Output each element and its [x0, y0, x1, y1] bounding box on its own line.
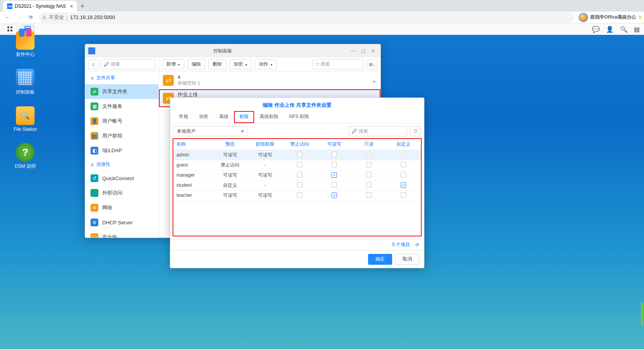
- address-input[interactable]: ⚠ 不安全 | 172.19.18.250:5000: [39, 12, 574, 23]
- user-account-icon: 👤: [91, 117, 98, 125]
- sidebar-item-group[interactable]: 👥用户群组: [85, 128, 159, 143]
- checkbox[interactable]: [297, 182, 302, 188]
- browser-tab[interactable]: DSM DS2021 - Synology NAS ×: [3, 1, 77, 12]
- checkbox[interactable]: [366, 152, 372, 157]
- maximize-button[interactable]: ▢: [359, 48, 367, 54]
- desktop-icon-control-panel[interactable]: 控制面板: [12, 69, 39, 95]
- insecure-icon: ⚠: [42, 14, 47, 20]
- table-row[interactable]: manager可读写可读写: [173, 170, 421, 180]
- sidebar-item-external-access[interactable]: 🌐外部访问: [85, 186, 159, 200]
- cell-preview: 可读写: [213, 150, 248, 160]
- checkbox[interactable]: [401, 172, 406, 177]
- delete-button[interactable]: 删除: [208, 59, 226, 69]
- sidebar-item-security[interactable]: 🛡安全性: [85, 230, 159, 238]
- svg-rect-0: [7, 26, 9, 28]
- desktop-icon-dsm-help[interactable]: ? DSM 说明: [12, 143, 39, 170]
- browser-profile[interactable]: 跟我学Office高级办公 V: [579, 13, 642, 22]
- window-titlebar[interactable]: 控制面板 — ▢ ✕: [85, 44, 380, 57]
- new-tab-button[interactable]: +: [77, 1, 88, 12]
- checkbox[interactable]: [366, 192, 372, 198]
- widget-icon[interactable]: ▤: [634, 26, 641, 33]
- checkbox[interactable]: [332, 152, 337, 157]
- desktop-icon-file-station[interactable]: File Station: [12, 106, 39, 132]
- sidebar-item-network[interactable]: ≋网络: [85, 200, 159, 215]
- permissions-search-input[interactable]: 🔎 搜索: [349, 126, 407, 136]
- permissions-filter-button[interactable]: ▽: [410, 126, 421, 136]
- close-icon[interactable]: ×: [70, 3, 73, 9]
- col-name[interactable]: 名称: [173, 139, 213, 150]
- sort-button[interactable]: ≣↓: [367, 59, 377, 69]
- search-icon: 🔎: [103, 62, 109, 67]
- chat-icon[interactable]: 💬: [592, 26, 599, 33]
- tab-general[interactable]: 常规: [173, 111, 194, 123]
- sidebar-search-input[interactable]: 🔎 搜索: [101, 59, 155, 69]
- sidebar-item-shared-folder[interactable]: ⇄共享文件夹: [85, 84, 159, 99]
- sidebar-item-file-services[interactable]: ▦文件服务: [85, 99, 159, 114]
- cell-ro: [352, 160, 386, 170]
- ok-button[interactable]: 确定: [368, 254, 392, 265]
- user-icon[interactable]: 👤: [606, 26, 613, 33]
- home-button[interactable]: ⌂: [88, 59, 98, 69]
- table-row[interactable]: admin可读写可读写: [173, 150, 421, 160]
- checkbox[interactable]: [401, 192, 406, 198]
- tab-encrypt[interactable]: 加密: [194, 111, 214, 123]
- checkbox[interactable]: [332, 182, 337, 188]
- checkbox[interactable]: [332, 193, 337, 198]
- scrollbar[interactable]: [641, 302, 643, 326]
- back-button[interactable]: ←: [2, 12, 12, 23]
- action-button[interactable]: 动作: [255, 59, 277, 69]
- sidebar-category-file-sharing[interactable]: ∧文件共享: [85, 71, 159, 84]
- sidebar-item-domain[interactable]: ◧域/LDAP: [85, 143, 159, 158]
- new-button[interactable]: 新增: [162, 59, 184, 69]
- user-type-select[interactable]: 本地用户 ▾: [173, 126, 247, 136]
- sidebar-item-user[interactable]: 👤用户帐号: [85, 114, 159, 128]
- share-row[interactable]: ⇄ 4 存储空间 1 ⌄: [159, 71, 380, 89]
- sidebar-category-connectivity[interactable]: ∧连接性: [85, 158, 159, 171]
- cancel-button[interactable]: 取消: [395, 254, 419, 265]
- refresh-icon[interactable]: ⟳: [415, 242, 419, 248]
- checkbox[interactable]: [332, 162, 337, 167]
- sidebar-item-quickconnect[interactable]: ↺QuickConnect: [85, 171, 159, 186]
- checkbox[interactable]: [297, 152, 302, 157]
- col-rw[interactable]: 可读写: [317, 139, 351, 150]
- checkbox[interactable]: [297, 162, 302, 167]
- checkbox[interactable]: [297, 172, 302, 177]
- permissions-table-area: 名称 预览 群组权限 禁止访问 可读写 只读 自定义 admin可读写可读写gu…: [173, 139, 421, 236]
- toolbar: 新增 编辑 删除 加密 动作 ▽搜索 ≣↓: [159, 57, 380, 71]
- checkbox[interactable]: [401, 182, 406, 188]
- encrypt-button[interactable]: 加密: [229, 59, 251, 69]
- search-icon[interactable]: 🔍: [620, 26, 627, 33]
- edit-button[interactable]: 编辑: [187, 59, 205, 69]
- checkbox[interactable]: [401, 152, 406, 157]
- icon-label: 套件中心: [16, 52, 35, 57]
- checkbox[interactable]: [332, 172, 337, 178]
- tab-advanced-permissions[interactable]: 高级权限: [254, 111, 284, 123]
- table-row[interactable]: student自定义-: [173, 180, 421, 190]
- forward-button[interactable]: →: [14, 12, 24, 23]
- checkbox[interactable]: [366, 172, 372, 177]
- profile-name: 跟我学Office高级办公: [590, 14, 636, 21]
- tab-advanced[interactable]: 高级: [214, 111, 234, 123]
- table-row[interactable]: guest禁止访问-: [173, 160, 421, 170]
- reload-button[interactable]: ⟳: [26, 12, 36, 23]
- checkbox[interactable]: [401, 162, 406, 167]
- col-custom[interactable]: 自定义: [386, 139, 421, 150]
- col-ro[interactable]: 只读: [352, 139, 386, 150]
- table-row[interactable]: teacher可读写可读写: [173, 190, 421, 200]
- col-preview[interactable]: 预览: [213, 139, 248, 150]
- sidebar-item-dhcp[interactable]: ⊛DHCP Server: [85, 215, 159, 230]
- checkbox[interactable]: [366, 162, 372, 167]
- dialog-tabs: 常规 加密 高级 权限 高级权限 NFS 权限: [170, 111, 424, 123]
- cell-group: 可读写: [248, 190, 282, 200]
- minimize-button[interactable]: —: [349, 48, 357, 54]
- tab-permissions[interactable]: 权限: [234, 111, 254, 123]
- chevron-down-icon[interactable]: ⌄: [372, 76, 377, 84]
- tab-nfs-permissions[interactable]: NFS 权限: [284, 111, 314, 123]
- filter-input[interactable]: ▽搜索: [313, 59, 363, 69]
- col-group-perm[interactable]: 群组权限: [248, 139, 282, 150]
- checkbox[interactable]: [297, 192, 302, 198]
- close-button[interactable]: ✕: [369, 48, 377, 54]
- checkbox[interactable]: [366, 182, 372, 188]
- col-no-access[interactable]: 禁止访问: [282, 139, 317, 150]
- desktop-icon-package-center[interactable]: 套件中心: [12, 31, 39, 58]
